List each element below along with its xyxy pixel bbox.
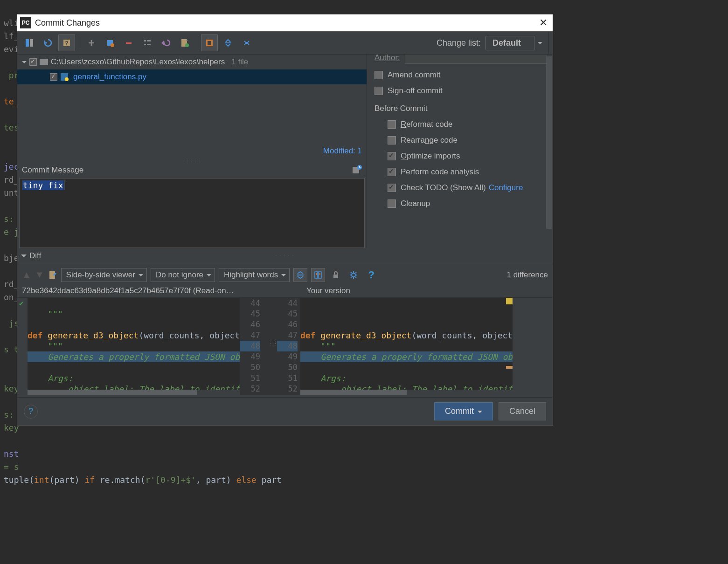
perform-label: Perform code analysis [401,167,479,177]
root-path: C:\Users\zcsxo\GithubRepos\Lexos\lexos\h… [51,57,225,67]
change-marker [506,366,513,369]
right-line-numbers: 444546474849505152 [277,298,300,395]
rollback-icon[interactable] [158,34,174,51]
checktodo-label: Check TODO (Show All)Configure [401,183,523,193]
changelist-label: Change list: [437,38,481,48]
svg-text:?: ? [65,40,68,47]
optimize-checkbox[interactable] [388,152,396,160]
python-file-icon [60,73,69,81]
svg-rect-14 [208,41,211,45]
root-checkbox[interactable] [29,58,37,66]
svg-point-12 [185,43,189,47]
file-name: general_functions.py [71,72,146,82]
svg-point-17 [65,77,69,81]
commit-history-icon[interactable] [352,165,362,175]
svg-rect-9 [144,44,146,45]
collapse-unchanged-icon[interactable] [293,268,307,282]
commit-changes-dialog: PC Commit Changes ✕ ? Change list: Defau… [17,14,553,426]
diff-toolbar: ▲ ▼ Side-by-side viewer Do not ignore Hi… [17,264,553,285]
checktodo-checkbox[interactable] [388,184,396,192]
diff-resize-handle[interactable]: : : : : : [276,254,295,258]
file-count: 1 file [231,57,248,67]
left-line-numbers: 444546474849505152 [240,298,263,395]
refresh-icon[interactable] [40,34,56,51]
diff-gutter-center[interactable]: ⋮⋮ [263,298,277,395]
delete-icon[interactable] [120,34,137,51]
prev-diff-icon[interactable]: ▲ [22,269,31,280]
commit-message-label: Commit Message [22,165,83,175]
rearrange-label: Rearrange code [401,136,458,145]
collapse-icon[interactable] [220,34,236,51]
right-code-pane[interactable]: def generate_d3_object(word_counts, obje… [300,298,513,395]
amend-checkbox[interactable] [374,71,383,79]
resize-handle[interactable]: : : : : : [17,158,367,162]
commit-message-input[interactable]: tiny fix [19,178,365,248]
tree-file-row[interactable]: general_functions.py [17,69,367,84]
svg-rect-10 [147,44,151,45]
tree-root-row[interactable]: C:\Users\zcsxo\GithubRepos\Lexos\lexos\h… [17,55,367,69]
ignore-dropdown[interactable]: Do not ignore [151,268,215,282]
chevron-down-icon[interactable] [22,61,27,66]
titlebar: PC Commit Changes ✕ [17,14,553,31]
view-mode-dropdown[interactable]: Side-by-side viewer [61,268,147,282]
help-button[interactable]: ? [24,405,38,419]
expand-icon[interactable] [238,34,255,51]
changes-tree: C:\Users\zcsxo\GithubRepos\Lexos\lexos\h… [17,55,367,84]
svg-rect-1 [30,39,33,47]
rearrange-checkbox[interactable] [388,136,396,144]
ok-check-icon: ✔ [17,299,24,308]
diff-viewer: ✔ """ def generate_d3_object(word_counts… [17,297,553,395]
expand-all-icon[interactable] [201,34,218,51]
optimize-label: Optimize imports [401,151,460,161]
svg-rect-0 [26,39,29,47]
cancel-button[interactable]: Cancel [499,402,546,420]
show-diff-icon[interactable] [21,34,38,51]
commit-button[interactable]: Commit [434,402,493,420]
svg-rect-6 [126,42,132,44]
reformat-checkbox[interactable] [388,120,396,129]
right-scrollbar[interactable] [546,56,552,229]
diff-vscrollbar[interactable] [513,298,517,395]
right-version-title: Your version [306,286,350,296]
next-diff-icon[interactable]: ▼ [35,269,44,280]
before-commit-heading: Before Commit [374,104,547,113]
move-to-changelist-icon[interactable]: ? [58,34,75,51]
author-label: Author: [374,55,400,62]
svg-rect-7 [144,40,146,41]
reformat-label: Reformat code [401,120,453,129]
warning-marker [506,298,513,304]
sync-scroll-icon[interactable] [311,268,325,282]
settings-gear-icon[interactable] [347,268,361,282]
folder-icon [40,59,48,65]
diff-label: Diff [29,251,41,261]
amend-label: Amend commit [388,70,440,80]
lock-icon[interactable] [329,268,343,282]
signoff-label: Sign-off commit [388,86,443,96]
diff-count: 1 difference [506,270,548,280]
group-by-icon[interactable] [139,34,156,51]
svg-rect-8 [147,40,151,41]
diff-collapse-icon[interactable] [21,254,27,260]
edit-source-icon[interactable] [48,270,57,280]
perform-checkbox[interactable] [388,168,396,176]
highlight-dropdown[interactable]: Highlight words [219,268,290,282]
pycharm-icon: PC [20,17,31,28]
add-icon[interactable] [83,34,100,51]
author-input[interactable] [405,55,547,64]
cleanup-label: Cleanup [401,199,430,208]
configure-link[interactable]: Configure [489,183,523,192]
svg-point-25 [352,273,355,277]
file-checkbox[interactable] [50,73,57,81]
revert-icon[interactable] [102,34,118,51]
svg-rect-24 [333,275,338,278]
new-changelist-icon[interactable] [176,34,193,51]
left-code-pane[interactable]: """ def generate_d3_object(word_counts, … [28,298,240,395]
svg-point-5 [111,43,114,47]
help-icon[interactable]: ? [364,268,378,282]
modified-count: Modified: 1 [17,144,367,158]
changelist-dropdown[interactable]: Default [485,36,534,50]
signoff-checkbox[interactable] [374,87,383,95]
close-icon[interactable]: ✕ [534,17,553,29]
cleanup-checkbox[interactable] [388,199,396,208]
dialog-title: Commit Changes [35,18,100,28]
